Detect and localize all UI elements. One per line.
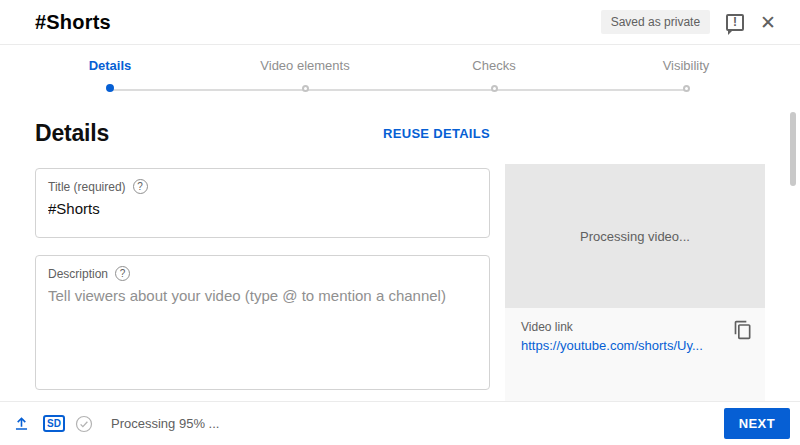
processing-status-text: Processing 95% ... xyxy=(111,416,219,431)
title-field[interactable]: Title (required) ? xyxy=(35,168,490,238)
video-thumbnail-placeholder: Processing video... xyxy=(505,164,765,308)
stepper-step-video-elements[interactable]: Video elements xyxy=(220,58,390,98)
video-preview-panel: Processing video... Video link https://y… xyxy=(505,164,765,401)
description-input[interactable] xyxy=(48,287,477,377)
check-circle-icon xyxy=(75,415,93,433)
video-link-card: Video link https://youtube.com/shorts/Uy… xyxy=(505,308,765,401)
section-title: Details xyxy=(35,120,109,147)
description-field-label: Description xyxy=(48,267,108,281)
title-input[interactable] xyxy=(48,200,477,217)
upload-stepper: Details Video elements Checks Visibility xyxy=(0,45,800,115)
status-badge: Saved as private xyxy=(601,10,710,34)
title-field-label: Title (required) xyxy=(48,180,126,194)
scrollbar-thumb[interactable] xyxy=(790,112,796,186)
stepper-line xyxy=(110,89,686,91)
page-title: #Shorts xyxy=(35,11,111,34)
description-field[interactable]: Description ? xyxy=(35,255,490,390)
feedback-icon[interactable]: ! xyxy=(726,14,744,31)
video-link-label: Video link xyxy=(521,320,749,334)
processing-video-text: Processing video... xyxy=(580,229,690,244)
help-icon[interactable]: ? xyxy=(133,179,148,194)
stepper-step-details[interactable]: Details xyxy=(25,58,195,98)
step-dot xyxy=(302,85,309,92)
stepper-step-visibility[interactable]: Visibility xyxy=(601,58,771,98)
dialog-header: #Shorts Saved as private ! ✕ xyxy=(0,0,800,45)
reuse-details-button[interactable]: REUSE DETAILS xyxy=(383,126,490,141)
video-link-url[interactable]: https://youtube.com/shorts/Uy... xyxy=(521,338,729,353)
upload-icon xyxy=(12,414,31,433)
stepper-step-checks[interactable]: Checks xyxy=(409,58,579,98)
sd-quality-badge: SD xyxy=(43,415,65,432)
dialog-footer: SD Processing 95% ... NEXT xyxy=(0,401,800,445)
step-dot-active xyxy=(106,84,114,92)
help-icon[interactable]: ? xyxy=(115,266,130,281)
close-icon[interactable]: ✕ xyxy=(760,13,776,32)
copy-icon[interactable] xyxy=(733,320,753,340)
step-dot xyxy=(683,85,690,92)
next-button[interactable]: NEXT xyxy=(724,408,790,439)
step-dot xyxy=(491,85,498,92)
